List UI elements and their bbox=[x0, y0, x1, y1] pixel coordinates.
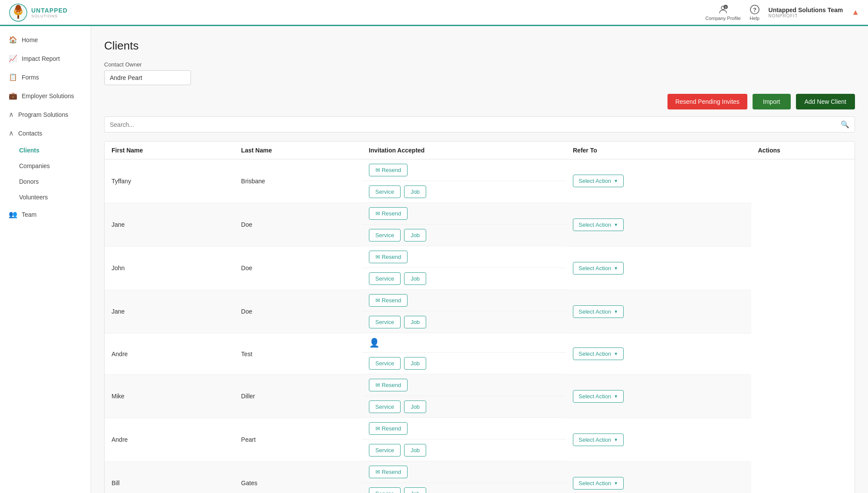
cell-refer-to: ServiceJob bbox=[362, 353, 566, 374]
sidebar-item-clients[interactable]: Clients bbox=[0, 142, 91, 158]
job-button[interactable]: Job bbox=[404, 272, 426, 285]
sidebar-item-donors[interactable]: Donors bbox=[0, 174, 91, 189]
service-button[interactable]: Service bbox=[369, 487, 401, 493]
job-button[interactable]: Job bbox=[404, 400, 426, 413]
page-title: Clients bbox=[104, 39, 855, 53]
job-button[interactable]: Job bbox=[404, 487, 426, 493]
job-button[interactable]: Job bbox=[404, 316, 426, 328]
job-button[interactable]: Job bbox=[404, 444, 426, 457]
user-name: Untapped Solutions Team bbox=[769, 7, 843, 13]
search-input[interactable] bbox=[110, 121, 841, 128]
cell-invitation: ✉ Resend bbox=[362, 203, 566, 225]
resend-button[interactable]: ✉ Resend bbox=[369, 164, 408, 176]
service-button[interactable]: Service bbox=[369, 357, 401, 370]
cell-last-name: Doe bbox=[234, 203, 362, 246]
cell-first-name: Andre bbox=[105, 333, 234, 374]
select-action-button[interactable]: Select Action ▼ bbox=[573, 218, 624, 231]
person-icon: 👤 bbox=[369, 337, 380, 348]
col-refer-to: Refer To bbox=[566, 142, 751, 159]
sidebar-item-volunteers[interactable]: Volunteers bbox=[0, 189, 91, 205]
table-row: AndreTest👤ServiceJobSelect Action ▼ bbox=[105, 333, 855, 374]
help-icon: ? bbox=[750, 4, 760, 15]
sidebar-item-companies[interactable]: Companies bbox=[0, 158, 91, 174]
cell-first-name: Tyffany bbox=[105, 159, 234, 203]
forms-icon: 📋 bbox=[9, 73, 17, 81]
cell-first-name: Andre bbox=[105, 418, 234, 461]
resend-button[interactable]: ✉ Resend bbox=[369, 422, 408, 435]
cell-actions: Select Action ▼ bbox=[566, 461, 751, 493]
cell-invitation: ✉ Resend bbox=[362, 159, 566, 181]
sidebar-group-program-solutions[interactable]: ∧ Program Solutions bbox=[0, 105, 91, 124]
clients-table-container: First Name Last Name Invitation Accepted… bbox=[104, 141, 855, 493]
cell-invitation: 👤 bbox=[362, 333, 566, 353]
logo-icon bbox=[9, 3, 28, 22]
service-button[interactable]: Service bbox=[369, 316, 401, 328]
cell-invitation: ✉ Resend bbox=[362, 246, 566, 268]
job-button[interactable]: Job bbox=[404, 357, 426, 370]
search-bar: 🔍 bbox=[104, 116, 855, 132]
user-type: NONPROFIT bbox=[769, 13, 843, 18]
logo-subtitle: SOLUTIONS bbox=[31, 14, 68, 18]
sidebar-item-impact-report-label: Impact Report bbox=[22, 55, 60, 62]
select-action-button[interactable]: Select Action ▼ bbox=[573, 390, 624, 403]
cell-refer-to: ServiceJob bbox=[362, 225, 566, 246]
resend-button[interactable]: ✉ Resend bbox=[369, 466, 408, 478]
import-button[interactable]: Import bbox=[753, 94, 791, 109]
cell-last-name: Diller bbox=[234, 374, 362, 418]
sidebar-group-contacts[interactable]: ∧ Contacts bbox=[0, 124, 91, 142]
clients-table: First Name Last Name Invitation Accepted… bbox=[105, 142, 855, 493]
sidebar-group-contacts-label: Contacts bbox=[18, 130, 42, 137]
cell-refer-to: ServiceJob bbox=[362, 181, 566, 203]
cell-actions: Select Action ▼ bbox=[566, 333, 751, 374]
svg-text:?: ? bbox=[753, 7, 756, 13]
sidebar-item-home[interactable]: 🏠 Home bbox=[0, 30, 91, 49]
service-button[interactable]: Service bbox=[369, 229, 401, 242]
cell-last-name: Test bbox=[234, 333, 362, 374]
table-row: TyffanyBrisbane✉ ResendServiceJobSelect … bbox=[105, 159, 855, 203]
select-action-button[interactable]: Select Action ▼ bbox=[573, 262, 624, 275]
logo: UNTAPPED SOLUTIONS bbox=[9, 3, 68, 22]
job-button[interactable]: Job bbox=[404, 229, 426, 242]
team-icon: 👥 bbox=[9, 210, 17, 218]
svg-point-5 bbox=[15, 10, 16, 11]
cell-first-name: Jane bbox=[105, 203, 234, 246]
company-profile-icon: ? bbox=[718, 4, 728, 15]
resend-pending-invites-button[interactable]: Resend Pending Invites bbox=[667, 94, 747, 109]
notification-icon[interactable]: ▲ bbox=[852, 8, 859, 17]
cell-last-name: Brisbane bbox=[234, 159, 362, 203]
col-actions: Actions bbox=[751, 142, 855, 159]
sidebar-item-forms[interactable]: 📋 Forms bbox=[0, 68, 91, 86]
contact-owner-input[interactable] bbox=[104, 70, 191, 85]
resend-button[interactable]: ✉ Resend bbox=[369, 379, 408, 391]
select-action-button[interactable]: Select Action ▼ bbox=[573, 347, 624, 360]
service-button[interactable]: Service bbox=[369, 272, 401, 285]
sidebar-item-impact-report[interactable]: 📈 Impact Report bbox=[0, 49, 91, 68]
company-profile-button[interactable]: ? Company Profile bbox=[705, 4, 740, 21]
sidebar-item-team[interactable]: 👥 Team bbox=[0, 205, 91, 224]
select-action-button[interactable]: Select Action ▼ bbox=[573, 433, 624, 446]
resend-button[interactable]: ✉ Resend bbox=[369, 251, 408, 263]
select-action-button[interactable]: Select Action ▼ bbox=[573, 175, 624, 187]
table-row: JaneDoe✉ ResendServiceJobSelect Action ▼ bbox=[105, 290, 855, 333]
select-action-button[interactable]: Select Action ▼ bbox=[573, 477, 624, 490]
help-button[interactable]: ? Help bbox=[750, 4, 760, 21]
cell-refer-to: ServiceJob bbox=[362, 440, 566, 461]
svg-text:?: ? bbox=[725, 6, 727, 9]
job-button[interactable]: Job bbox=[404, 185, 426, 198]
sidebar-item-employer-solutions[interactable]: 💼 Employer Solutions bbox=[0, 86, 91, 105]
table-row: MikeDiller✉ ResendServiceJobSelect Actio… bbox=[105, 374, 855, 418]
resend-button[interactable]: ✉ Resend bbox=[369, 294, 408, 307]
cell-last-name: Gates bbox=[234, 461, 362, 493]
add-new-client-button[interactable]: Add New Client bbox=[796, 94, 855, 109]
col-invitation-accepted: Invitation Accepted bbox=[362, 142, 566, 159]
service-button[interactable]: Service bbox=[369, 400, 401, 413]
logo-text: UNTAPPED SOLUTIONS bbox=[31, 7, 68, 18]
select-action-button[interactable]: Select Action ▼ bbox=[573, 305, 624, 318]
help-label: Help bbox=[750, 16, 760, 21]
user-info: Untapped Solutions Team NONPROFIT bbox=[769, 7, 843, 18]
service-button[interactable]: Service bbox=[369, 444, 401, 457]
service-button[interactable]: Service bbox=[369, 185, 401, 198]
resend-button[interactable]: ✉ Resend bbox=[369, 207, 408, 220]
company-profile-label: Company Profile bbox=[705, 16, 740, 21]
cell-invitation: ✉ Resend bbox=[362, 374, 566, 396]
